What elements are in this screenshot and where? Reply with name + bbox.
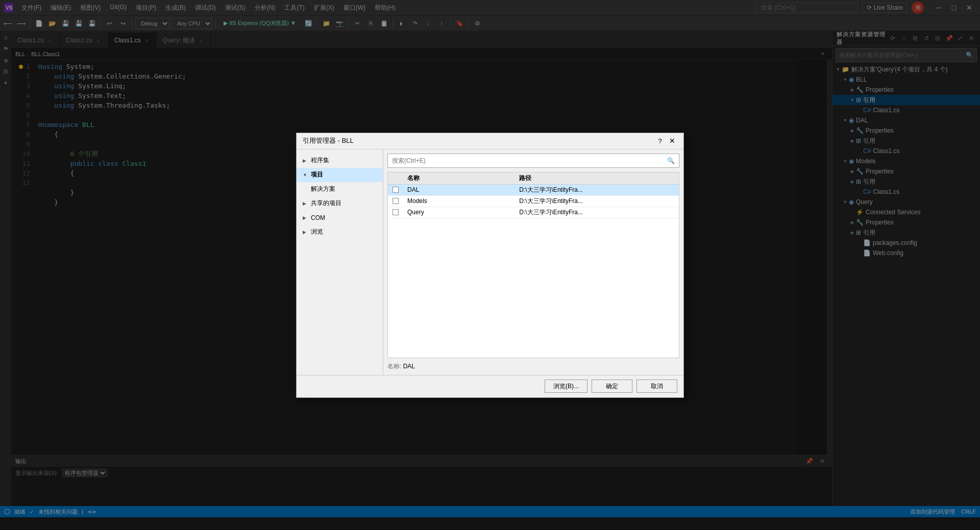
- dialog-table-header: 名称 路径: [388, 172, 679, 185]
- dialog-title-btns: ? ✕: [655, 136, 677, 146]
- dialog-search-box: 🔍: [387, 154, 679, 168]
- row-1-path: D:\大三学习\EntityFra...: [515, 197, 679, 206]
- dialog-body: ▶ 程序集 ▼ 项目 解决方案 ▶ 共享的项目 ▶ COM: [297, 149, 683, 375]
- dialog-menu-com[interactable]: ▶ COM: [297, 211, 383, 225]
- dialog-table: 名称 路径 DAL D:\大三学习\EntityFra...: [387, 172, 679, 358]
- dialog-info: 名称: DAL: [387, 362, 679, 371]
- browse-label: 浏览: [311, 228, 323, 236]
- dialog-right-content: 🔍 名称 路径 DAL D:\大三学习\EntityFra...: [383, 149, 683, 375]
- dialog-menu-solution[interactable]: 解决方案: [297, 182, 383, 196]
- dialog-buttons: 浏览(B)... 确定 取消: [297, 375, 683, 397]
- row-0-check[interactable]: [388, 187, 403, 193]
- info-label: 名称:: [387, 363, 401, 370]
- row-1-check[interactable]: [388, 198, 403, 204]
- shared-label: 共享的项目: [311, 199, 341, 208]
- row-2-checkbox[interactable]: [393, 209, 399, 215]
- row-2-name: Query: [403, 209, 515, 216]
- row-1-name: Models: [403, 197, 515, 205]
- dialog-menu-browse[interactable]: ▶ 浏览: [297, 225, 383, 239]
- row-0-name: DAL: [403, 186, 515, 193]
- col-path-header: 路径: [515, 174, 679, 183]
- dialog-title: 引用管理器 - BLL: [303, 136, 354, 145]
- browse-btn[interactable]: 浏览(B)...: [545, 380, 587, 393]
- dialog-menu-project[interactable]: ▼ 项目: [297, 168, 383, 182]
- col-name-header: 名称: [403, 174, 515, 183]
- row-0-path: D:\大三学习\EntityFra...: [515, 186, 679, 194]
- dialog-menu-assembly[interactable]: ▶ 程序集: [297, 154, 383, 168]
- project-arrow-icon: ▼: [303, 172, 309, 178]
- dialog-search-input[interactable]: [392, 157, 667, 164]
- info-value: DAL: [403, 363, 415, 370]
- assembly-label: 程序集: [311, 156, 329, 165]
- row-2-path: D:\大三学习\EntityFra...: [515, 208, 679, 217]
- reference-manager-dialog: 引用管理器 - BLL ? ✕ ▶ 程序集 ▼ 项目 解决方案: [296, 133, 684, 398]
- cancel-btn[interactable]: 取消: [636, 380, 677, 393]
- dialog-help-btn[interactable]: ?: [655, 136, 665, 146]
- dialog-search-icon[interactable]: 🔍: [667, 157, 675, 164]
- dialog-row-0[interactable]: DAL D:\大三学习\EntityFra...: [388, 185, 679, 196]
- dialog-row-2[interactable]: Query D:\大三学习\EntityFra...: [388, 207, 679, 218]
- dialog-menu-shared[interactable]: ▶ 共享的项目: [297, 196, 383, 211]
- ok-btn[interactable]: 确定: [592, 380, 632, 393]
- row-1-checkbox[interactable]: [393, 198, 399, 204]
- row-2-check[interactable]: [388, 209, 403, 215]
- com-label: COM: [311, 214, 325, 221]
- dialog-overlay: 引用管理器 - BLL ? ✕ ▶ 程序集 ▼ 项目 解决方案: [0, 0, 980, 530]
- solution-sub-label: 解决方案: [311, 185, 335, 193]
- dialog-close-btn[interactable]: ✕: [667, 136, 677, 146]
- project-label: 项目: [311, 170, 323, 179]
- dialog-title-bar: 引用管理器 - BLL ? ✕: [297, 133, 683, 149]
- row-0-checkbox[interactable]: [393, 187, 399, 193]
- assembly-arrow-icon: ▶: [303, 158, 309, 163]
- dialog-row-1[interactable]: Models D:\大三学习\EntityFra...: [388, 196, 679, 207]
- com-arrow-icon: ▶: [303, 215, 309, 220]
- browse-arrow-icon: ▶: [303, 230, 309, 235]
- dialog-left-menu: ▶ 程序集 ▼ 项目 解决方案 ▶ 共享的项目 ▶ COM: [297, 149, 383, 375]
- shared-arrow-icon: ▶: [303, 201, 309, 206]
